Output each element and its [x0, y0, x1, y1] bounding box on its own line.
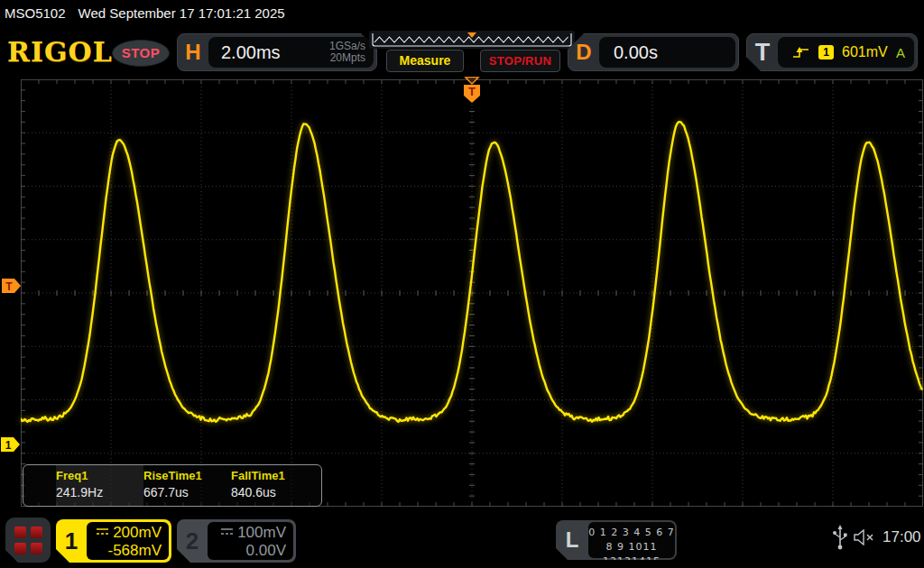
dc-coupling-icon [220, 527, 234, 536]
record-overview-strip[interactable] [369, 31, 575, 49]
logic-row-0-7: 0 1 2 3 4 5 6 7 [588, 526, 675, 540]
measure-button[interactable]: Measure [386, 50, 464, 72]
sample-rate-memory: 1GSa/s 20Mpts [329, 41, 365, 64]
channel1-waveform [21, 79, 923, 507]
channel2-offset: 0.00V [208, 542, 286, 560]
channel1-block[interactable]: 1 200mV -568mV [56, 519, 171, 563]
record-overview-zigzag [369, 31, 575, 49]
logic-channels-block[interactable]: L 0 1 2 3 4 5 6 7 8 9 1011 12131415 [556, 520, 677, 560]
horizontal-label: H [178, 40, 208, 65]
horizontal-panel[interactable]: H 2.00ms 1GSa/s 20Mpts [177, 33, 377, 71]
channel1-offset: -568mV [87, 542, 162, 560]
red-grid-squares-icon [31, 543, 42, 554]
stop-run-button[interactable]: STOP/RUN [480, 50, 560, 72]
memory-depth: 20Mpts [330, 51, 365, 64]
measurements-box[interactable]: Freq1 241.9Hz RiseTime1 667.7us FallTime… [23, 464, 322, 507]
delay-value: 0.00s [614, 42, 658, 63]
measurement-label: Freq1 [56, 469, 143, 482]
trigger-level-marker[interactable]: T [2, 279, 22, 294]
usb-icon [832, 525, 848, 550]
speaker-muted-icon [854, 529, 879, 545]
top-info-bar: MSO5102Wed September 17 17:01:21 2025 [0, 0, 924, 27]
status-clock: 17:00 [882, 528, 921, 546]
delay-panel[interactable]: D 0.00s [568, 33, 739, 71]
acquisition-state-badge: STOP [112, 40, 170, 67]
timebase-value: 2.00ms [221, 42, 281, 63]
channel1-number: 1 [56, 519, 87, 563]
oscilloscope-screen: MSO5102Wed September 17 17:01:21 2025 RI… [0, 0, 924, 568]
logic-label: L [556, 520, 588, 560]
measurement-label: FallTime1 [231, 469, 319, 482]
menu-button[interactable] [5, 518, 51, 563]
svg-text:T: T [468, 85, 476, 98]
waveform-display[interactable] [21, 79, 923, 507]
svg-text:1: 1 [5, 439, 12, 452]
trigger-source-badge: 1 [818, 45, 834, 60]
channel1-zero-marker[interactable]: 1 [1, 437, 21, 453]
trigger-panel[interactable]: T 1 601mV A [746, 33, 918, 71]
measurement-label: RiseTime1 [143, 469, 231, 482]
rising-edge-trigger-icon [792, 46, 810, 60]
svg-text:T: T [5, 280, 13, 293]
measurement-value: 667.7us [143, 485, 231, 499]
datetime: Wed September 17 17:01:21 2025 [79, 5, 285, 21]
channel2-scale: 100mV [237, 524, 286, 541]
channel2-number: 2 [177, 519, 208, 563]
measurement-risetime[interactable]: RiseTime1 667.7us [143, 465, 231, 506]
logic-row-8-15: 8 9 1011 12131415 [588, 540, 675, 568]
channel1-scale: 200mV [113, 524, 162, 541]
rigol-logo: RIGOL [7, 36, 113, 68]
dc-coupling-icon [96, 527, 109, 536]
trigger-level-value: 601mV [842, 44, 888, 60]
model-name: MSO5102 [5, 5, 66, 21]
red-grid-squares-icon [14, 543, 26, 554]
trigger-position-marker[interactable]: T [463, 77, 481, 104]
trigger-mode: A [896, 45, 905, 60]
channel2-block[interactable]: 2 100mV 0.00V [177, 519, 296, 563]
sample-rate: 1GSa/s [329, 40, 365, 52]
measurement-freq[interactable]: Freq1 241.9Hz [56, 465, 143, 506]
measurement-value: 840.6us [231, 485, 319, 499]
red-grid-squares-icon [14, 527, 26, 538]
trigger-label: T [747, 39, 778, 67]
red-grid-squares-icon [31, 527, 42, 538]
measurement-value: 241.9Hz [56, 485, 143, 499]
measurement-falltime[interactable]: FallTime1 840.6us [231, 465, 319, 506]
